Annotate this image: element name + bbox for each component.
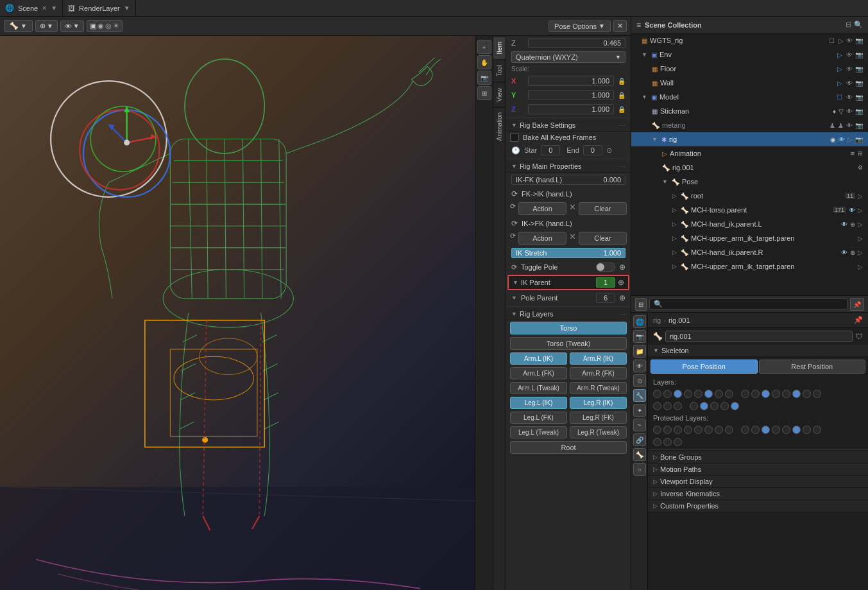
- player-10[interactable]: [762, 426, 770, 434]
- player-1[interactable]: [663, 426, 672, 434]
- outliner-item-mch-upper-r[interactable]: ▷ 🦴 MCH-upper_arm_ik_target.paren ▷: [631, 259, 868, 273]
- rig-restrict-icon[interactable]: ▷: [847, 136, 853, 143]
- shading-solid-btn[interactable]: ◉: [98, 22, 104, 30]
- layer-21[interactable]: [710, 402, 719, 410]
- prop-icon-modifier[interactable]: 🔧: [633, 389, 646, 402]
- rotation-mode-select[interactable]: Quaternion (WXYZ) ▼: [511, 51, 625, 63]
- prop-icon-view[interactable]: 👁: [633, 360, 646, 372]
- clear-btn1[interactable]: Clear: [579, 202, 627, 215]
- rig-render-icon[interactable]: 📷: [855, 136, 863, 143]
- properties-search-input[interactable]: [665, 300, 843, 308]
- bake-start-field[interactable]: 0: [541, 145, 560, 155]
- leg-l-fk-btn[interactable]: Leg.L (FK): [510, 412, 567, 424]
- properties-pin-icon[interactable]: 📌: [854, 316, 863, 324]
- upper-l-restrict-icon[interactable]: ▷: [858, 235, 863, 242]
- ik-parent-action-icon[interactable]: ⊕: [618, 278, 624, 287]
- pole-parent-field[interactable]: 6: [596, 293, 615, 303]
- player-11[interactable]: [772, 426, 780, 434]
- viewport-close-btn[interactable]: ✕: [613, 20, 627, 32]
- layer-8[interactable]: [741, 390, 749, 398]
- player-5[interactable]: [704, 426, 713, 434]
- action-btn1[interactable]: Action: [518, 202, 566, 215]
- layer-14[interactable]: [803, 390, 811, 398]
- shading-render-btn[interactable]: ☀: [113, 22, 119, 30]
- arm-r-fk-btn[interactable]: Arm.R (FK): [570, 367, 627, 379]
- env-render-icon[interactable]: 📷: [855, 51, 863, 58]
- toggle-pole-action-icon[interactable]: ⊕: [619, 263, 625, 272]
- bake-all-keyed-checkbox[interactable]: [510, 133, 519, 142]
- breadcrumb-rig001[interactable]: rig.001: [668, 317, 690, 324]
- rest-position-btn[interactable]: Rest Position: [759, 360, 866, 374]
- outliner-item-stickman[interactable]: ▦ Stickman ♦ ▽ 👁 📷: [631, 104, 868, 118]
- arm-r-ik-btn[interactable]: Arm.R (IK): [570, 352, 627, 365]
- arm-l-tweak-btn[interactable]: Arm.L (Tweak): [510, 382, 567, 394]
- ik-parent-collapse[interactable]: ▼: [513, 279, 518, 286]
- camera-view-btn[interactable]: 📷: [477, 71, 491, 85]
- layer-2[interactable]: [674, 390, 682, 398]
- prop-icon-constraints[interactable]: 🔗: [633, 433, 646, 446]
- hand-r-restrict-icon[interactable]: ▷: [858, 249, 863, 256]
- layer-0[interactable]: [653, 390, 661, 398]
- viewport-mode-btn[interactable]: 🦴▼: [4, 20, 33, 32]
- outliner-item-mch-hand-l[interactable]: ▷ 🦴 MCH-hand_ik.parent.L 👁 ⊕ ▷: [631, 217, 868, 231]
- motion-paths-header[interactable]: ▷ Motion Paths: [648, 464, 868, 476]
- action-btn2[interactable]: Action: [518, 232, 566, 245]
- outliner-item-env[interactable]: ▼ ▣ Env ▷ 👁 📷: [631, 48, 868, 62]
- layer-19[interactable]: [690, 402, 698, 410]
- player-6[interactable]: [715, 426, 723, 434]
- outliner-item-floor[interactable]: ▦ Floor ▷ 👁 📷: [631, 62, 868, 76]
- torso-restrict-icon[interactable]: ▷: [858, 207, 863, 214]
- wall-visibility-icon[interactable]: 👁: [846, 80, 853, 87]
- rig-layers-header[interactable]: ▼ Rig Layers ⋯: [506, 308, 631, 320]
- ik-stretch-field[interactable]: IK Stretch 1.000: [511, 248, 625, 258]
- outliner-item-mch-torso[interactable]: ▷ 🦴 MCH-torso.parent 171 👁 ▷: [631, 203, 868, 217]
- player-17[interactable]: [663, 438, 672, 446]
- env-visibility-icon[interactable]: 👁: [846, 51, 853, 58]
- tab-tool[interactable]: Tool: [493, 59, 506, 82]
- outliner-item-rig001[interactable]: 🦴 rig.001 ⚙: [631, 161, 868, 175]
- tab-item[interactable]: Item: [493, 36, 506, 59]
- prop-icon-object[interactable]: ⊙: [633, 374, 646, 387]
- layer-15[interactable]: [813, 390, 821, 398]
- outliner-item-animation[interactable]: ▷ Animation ≋ ⊞: [631, 146, 868, 161]
- prop-icon-render[interactable]: 📷: [633, 330, 646, 343]
- torso-visibility-icon[interactable]: 👁: [849, 207, 855, 214]
- add-object-btn[interactable]: +: [477, 40, 491, 54]
- pose-options-dropdown[interactable]: Pose Options ▼: [549, 21, 611, 32]
- object-shield-icon[interactable]: 🛡: [855, 332, 863, 341]
- layer-18[interactable]: [674, 402, 682, 410]
- outliner-item-mch-hand-r[interactable]: ▷ 🦴 MCH-hand_ik.parent.R 👁 ⊕ ▷: [631, 245, 868, 259]
- skeleton-section-header[interactable]: ▼ Skeleton: [648, 345, 868, 357]
- rig-main-props-header[interactable]: ▼ Rig Main Properties ⋯: [506, 161, 631, 173]
- root-restrict-icon[interactable]: ▷: [858, 193, 863, 200]
- scale-y-lock-icon[interactable]: 🔒: [618, 92, 625, 99]
- wgts-visibility-icon[interactable]: 👁: [846, 37, 853, 44]
- arm-l-ik-btn[interactable]: Arm.L (IK): [510, 352, 567, 365]
- clear-x-icon1[interactable]: ✕: [569, 202, 576, 215]
- prop-icon-output[interactable]: 📁: [633, 345, 646, 358]
- properties-mode-btn[interactable]: ⊟: [635, 298, 647, 311]
- player-18[interactable]: [674, 438, 682, 446]
- scene-selector[interactable]: 🌐 Scene ✕ ▼: [0, 0, 63, 16]
- toggle-pole-checkbox[interactable]: [596, 263, 615, 272]
- model-visibility-icon[interactable]: 👁: [846, 94, 853, 101]
- layer-root-btn[interactable]: Root: [506, 440, 631, 458]
- player-15[interactable]: [813, 426, 821, 434]
- layer-17[interactable]: [663, 402, 672, 410]
- player-13[interactable]: [792, 426, 801, 434]
- hand-l-visibility-icon[interactable]: 👁: [841, 221, 847, 228]
- layer-3[interactable]: [684, 390, 692, 398]
- upper-r-restrict-icon[interactable]: ▷: [858, 263, 863, 270]
- layer-torso-tweak-btn[interactable]: Torso (Tweak): [506, 336, 631, 351]
- hand-r-visibility-icon[interactable]: 👁: [841, 249, 847, 256]
- layer-11[interactable]: [772, 390, 780, 398]
- grid-view-btn[interactable]: ⊞: [477, 86, 491, 100]
- layer-22[interactable]: [720, 402, 729, 410]
- scale-x-lock-icon[interactable]: 🔒: [618, 78, 625, 85]
- stickman-render-icon[interactable]: 📷: [855, 108, 863, 115]
- leg-l-ik-btn[interactable]: Leg.L (IK): [510, 397, 567, 409]
- prop-icon-physics[interactable]: ~: [633, 419, 646, 431]
- rig-bake-settings-header[interactable]: ▼ Rig Bake Settings ⋯: [506, 119, 631, 132]
- layer-13[interactable]: [792, 390, 801, 398]
- player-9[interactable]: [751, 426, 760, 434]
